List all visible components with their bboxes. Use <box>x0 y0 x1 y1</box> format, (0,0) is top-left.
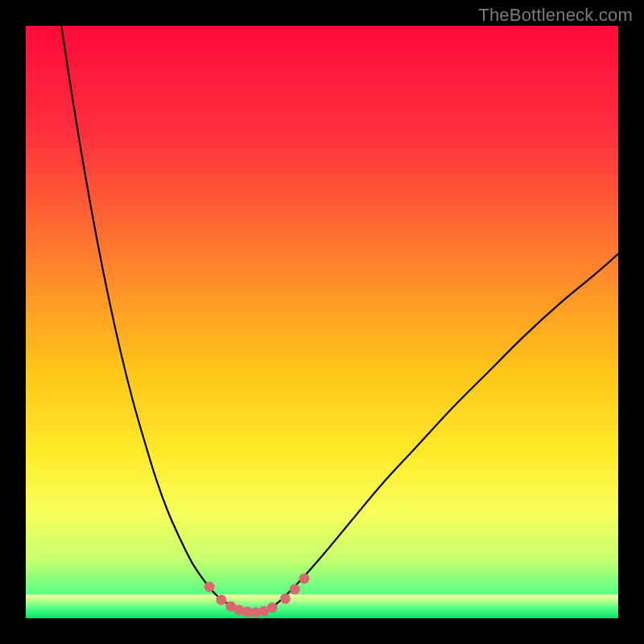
chart-marker <box>299 573 309 584</box>
chart-marker <box>204 581 215 592</box>
chart-marker <box>280 593 291 604</box>
chart-plot-area <box>26 26 618 618</box>
chart-marker <box>267 602 278 613</box>
chart-svg <box>26 26 618 618</box>
chart-stage: TheBottleneck.com <box>0 0 644 644</box>
watermark-text: TheBottleneck.com <box>478 5 633 26</box>
chart-bottom-band <box>26 595 618 618</box>
chart-marker <box>290 584 300 594</box>
chart-marker <box>216 595 226 605</box>
